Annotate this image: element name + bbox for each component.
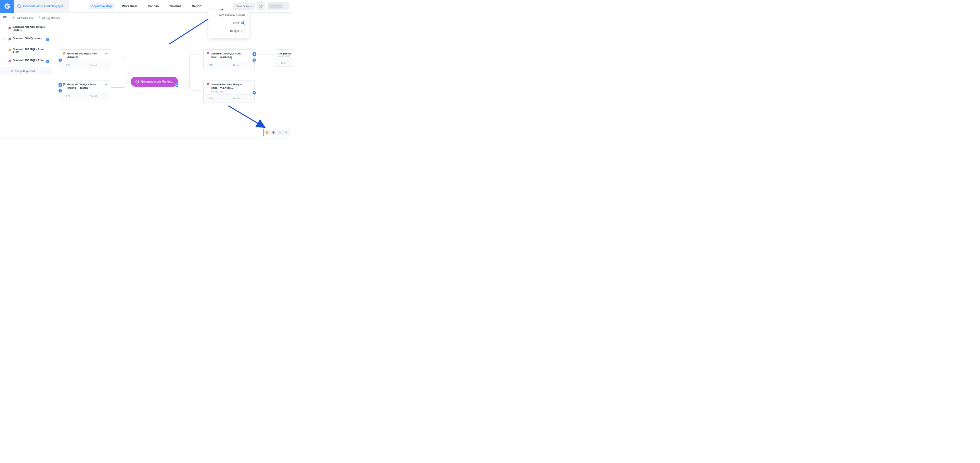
kpi-label: KPI: [204, 94, 220, 102]
tab-objective-map[interactable]: Objective Map: [89, 3, 114, 9]
objective-card[interactable]: Generate 150 MQLs from email marketing ⋯…: [203, 49, 255, 69]
tab-report[interactable]: Report: [189, 3, 204, 9]
svg-point-0: [260, 5, 261, 6]
pan-button[interactable]: ✋: [264, 130, 270, 135]
card-date: Aug 28, 2020: [204, 91, 254, 94]
sidebar-item[interactable]: ▤ Compelling email: [0, 67, 52, 75]
kpi-label: KPI: [60, 61, 76, 69]
card-footer: KPI Not set: [60, 61, 111, 69]
content-area: Generate Net-New Unique leads… › Generat…: [0, 23, 293, 138]
tab-timeline[interactable]: Timeline: [167, 3, 184, 9]
card-title: Generate 50 MQLs from organic search: [67, 83, 104, 90]
count-badge: 1: [253, 53, 256, 56]
card-footer: KPI Not set: [60, 92, 111, 100]
chevron-down-icon: ⌄: [3, 60, 5, 63]
sidebar-item[interactable]: Generate Net-New Unique leads…: [0, 23, 52, 34]
sidebar-item-label: Generate 100 MQLs from AdWo…: [13, 48, 49, 54]
tab-kanban[interactable]: Kanban: [145, 3, 161, 9]
breadcrumb-title: Generate more Marketing Qua…: [23, 5, 66, 8]
bottom-accent-line: [0, 138, 293, 139]
objective-map-canvas[interactable]: Generate 100 MQLs from AdWords ⋯ + KPI N…: [52, 23, 293, 138]
svg-point-1: [261, 5, 262, 6]
app-logo[interactable]: [0, 0, 14, 13]
zoom-in-button[interactable]: +: [283, 130, 289, 135]
zoom-controls: ✋ ⦿ − +: [263, 129, 290, 136]
flag-icon: [63, 52, 66, 55]
filter-assignees[interactable]: All Assignees: [12, 16, 33, 19]
root-objective[interactable]: Generate more Market... +: [131, 77, 178, 86]
sidebar-item-label: Compelling email: [15, 70, 35, 73]
flag-icon: [63, 83, 66, 86]
sidebar-item-label: Generate 150 MQLs from …: [13, 59, 45, 65]
share-button[interactable]: [257, 2, 265, 10]
filter-keyresults[interactable]: All Key Results: [38, 16, 60, 19]
more-icon[interactable]: ⋯: [248, 52, 252, 56]
kpi-label: KPI: [204, 61, 220, 69]
radio-on-icon: [241, 21, 245, 26]
flag-icon: [8, 27, 11, 30]
sidebar: Generate Net-New Unique leads… › Generat…: [0, 23, 52, 138]
card-footer: KPI Not set: [204, 94, 254, 102]
filter-keyresults-label: All Key Results: [42, 16, 60, 19]
add-button[interactable]: +: [253, 91, 256, 94]
people-icon: [12, 16, 16, 19]
card-title: Generate 150 MQLs from email marketing: [211, 52, 247, 59]
flag-icon: [206, 83, 209, 86]
objective-card[interactable]: Generate Net-New Unique leads via Acco..…: [203, 80, 255, 102]
kpi-label: KPI: [60, 92, 76, 100]
filter-assignees-label: All Assignees: [17, 16, 32, 19]
zoom-out-button[interactable]: −: [277, 130, 283, 135]
sidebar-item[interactable]: › Generate 50 MQLs from o… 2: [0, 34, 52, 45]
svg-point-3: [14, 17, 15, 18]
objective-card[interactable]: Generate 100 MQLs from AdWords ⋯ + KPI N…: [60, 49, 111, 69]
more-icon[interactable]: ⋯: [248, 83, 252, 86]
add-button[interactable]: +: [59, 89, 62, 93]
note-icon: ▤: [11, 70, 13, 73]
add-button[interactable]: +: [253, 59, 256, 62]
people-icon: [259, 5, 263, 8]
sidebar-item[interactable]: ⌄ Generate 150 MQLs from … 1: [0, 56, 52, 67]
option-label: Budget: [230, 29, 239, 32]
user-avatar[interactable]: [267, 2, 290, 10]
sidebar-item-label: Generate Net-New Unique leads…: [13, 26, 49, 32]
kpi-value: Not set: [220, 61, 254, 69]
header-actions: View Options: [233, 2, 293, 10]
more-icon[interactable]: ⋯: [105, 52, 108, 56]
count-badge: 1: [46, 60, 49, 63]
menu-toggle[interactable]: [3, 16, 7, 19]
kpi-value: Not set: [220, 94, 254, 102]
logo-icon: [3, 2, 11, 10]
count-badge: 2: [59, 83, 62, 87]
card-title: Generate 100 MQLs from AdWords: [67, 52, 104, 59]
flag-icon: [38, 16, 41, 19]
kpi-value: Not set: [76, 61, 111, 69]
objective-card[interactable]: Compelling May 9, 2020 KPI: [275, 49, 293, 67]
main-tabs: Objective Map Worksheet Kanban Timeline …: [89, 3, 204, 9]
target-icon: [17, 4, 21, 8]
view-options-dropdown: Key Success Factors KPIs Budget: [208, 10, 250, 38]
sidebar-item-label: Generate 50 MQLs from o…: [13, 37, 45, 43]
objective-card[interactable]: 2 Generate 50 MQLs from organic search ⋯…: [60, 80, 111, 100]
add-button[interactable]: +: [59, 59, 62, 62]
kpi-value: Not set: [76, 92, 111, 100]
breadcrumb[interactable]: Generate more Marketing Qua…: [14, 0, 70, 13]
view-options-button[interactable]: View Options: [233, 3, 255, 10]
radio-off-icon: [241, 29, 245, 33]
dropdown-option-kpis[interactable]: KPIs: [213, 19, 245, 27]
root-title: Generate more Market...: [141, 80, 173, 83]
dropdown-option-budget[interactable]: Budget: [213, 27, 245, 35]
option-label: KPIs: [233, 22, 239, 25]
sidebar-item[interactable]: Generate 100 MQLs from AdWo…: [0, 45, 52, 56]
target-icon: [135, 80, 139, 83]
tab-worksheet[interactable]: Worksheet: [119, 3, 140, 9]
chevron-right-icon: ›: [3, 38, 4, 41]
center-button[interactable]: ⦿: [270, 130, 276, 135]
kpi-label: KPI: [275, 59, 291, 66]
flag-icon: [8, 38, 11, 41]
card-title: Generate Net-New Unique leads via Acco..…: [211, 83, 247, 90]
more-icon[interactable]: ⋯: [105, 83, 108, 86]
flag-icon: [8, 60, 11, 63]
flag-icon: [8, 49, 11, 52]
card-footer: KPI Not set: [204, 61, 254, 69]
add-button[interactable]: +: [175, 83, 179, 87]
